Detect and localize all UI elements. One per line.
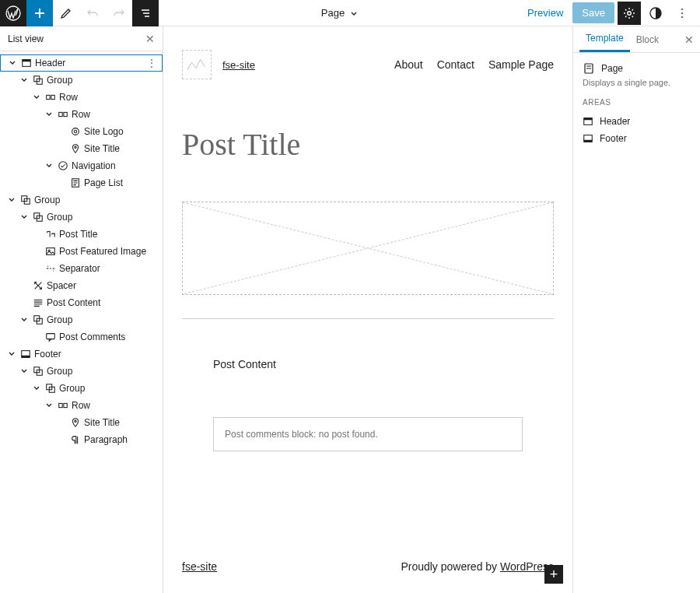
chevron-down-icon[interactable] <box>17 316 31 324</box>
more-icon[interactable]: ⋮ <box>146 57 157 69</box>
tree-item-group[interactable]: Group <box>0 72 163 89</box>
post-content-block[interactable]: Post Content <box>213 358 554 370</box>
tree-item-label: Site Logo <box>82 126 158 137</box>
undo-button[interactable] <box>79 0 106 26</box>
svg-point-3 <box>681 8 684 10</box>
pagelist-icon <box>68 177 82 188</box>
tree-item-label: Separator <box>58 263 158 274</box>
tree-item-site-title[interactable]: Site Title <box>0 140 163 157</box>
nav-link-contact[interactable]: Contact <box>437 58 474 71</box>
tree-item-post-content[interactable]: Post Content <box>0 294 163 311</box>
tree-item-navigation[interactable]: Navigation <box>0 157 163 174</box>
tree-item-post-title[interactable]: Post Title <box>0 226 163 243</box>
close-inspector-button[interactable]: ✕ <box>684 33 694 46</box>
add-block-button[interactable] <box>26 0 53 26</box>
svg-rect-43 <box>584 140 593 142</box>
wordpress-logo-icon[interactable] <box>0 0 26 26</box>
inspector-tabs: Template Block ✕ <box>573 26 700 53</box>
area-label: Header <box>600 116 630 127</box>
tree-item-row[interactable]: Row <box>0 106 163 123</box>
settings-button[interactable] <box>618 2 641 25</box>
chevron-down-icon[interactable] <box>5 196 19 204</box>
tree-item-label: Footer <box>33 349 158 360</box>
tree-item-label: Group <box>33 195 158 205</box>
post-title-block[interactable]: Post Title <box>182 126 554 163</box>
tree-item-page-list[interactable]: Page List <box>0 174 163 191</box>
chevron-down-icon[interactable] <box>17 76 31 84</box>
tree-item-group[interactable]: Group <box>0 311 163 328</box>
site-title[interactable]: fse-site <box>222 59 255 71</box>
tree-item-label: Group <box>45 212 158 223</box>
tree-item-label: Group <box>45 314 158 325</box>
tree-item-post-featured-image[interactable]: Post Featured Image <box>0 243 163 260</box>
site-header-block[interactable]: fse-site AboutContactSample Page <box>182 50 554 79</box>
nav-link-sample-page[interactable]: Sample Page <box>488 58 554 71</box>
document-type-dropdown[interactable]: Page <box>159 7 521 19</box>
separator-block[interactable] <box>182 318 554 319</box>
tree-item-group[interactable]: Group <box>0 363 163 380</box>
tab-template[interactable]: Template <box>579 26 630 52</box>
topbar: Page Preview Save <box>0 0 700 26</box>
tree-item-group[interactable]: Group <box>0 209 163 226</box>
group-icon <box>31 314 45 325</box>
tree-item-label: Page List <box>82 177 158 188</box>
site-logo-placeholder[interactable] <box>182 50 212 79</box>
chevron-down-icon[interactable] <box>42 162 56 170</box>
styles-button[interactable] <box>644 2 667 25</box>
tree-item-group[interactable]: Group <box>0 191 163 209</box>
chevron-down-icon[interactable] <box>5 59 19 67</box>
areas-heading: Areas <box>583 98 691 107</box>
tree-item-paragraph[interactable]: Paragraph <box>0 431 163 448</box>
close-list-view-button[interactable]: ✕ <box>145 33 155 45</box>
chevron-down-icon[interactable] <box>42 402 56 409</box>
tree-item-row[interactable]: Row <box>0 89 163 106</box>
post-comments-block[interactable]: Post comments block: no post found. <box>213 417 523 451</box>
footer-credit: Proudly powered by WordPress <box>401 560 554 573</box>
group-icon <box>44 383 58 394</box>
logo-icon <box>68 126 82 137</box>
redo-button[interactable] <box>106 0 132 26</box>
tree-item-post-comments[interactable]: Post Comments <box>0 328 163 346</box>
tree-item-separator[interactable]: Separator <box>0 260 163 277</box>
chevron-down-icon[interactable] <box>42 111 56 118</box>
tree-item-header[interactable]: Header⋮ <box>0 54 163 72</box>
chevron-down-icon[interactable] <box>5 350 19 358</box>
tree-item-site-title[interactable]: Site Title <box>0 414 163 431</box>
tree-item-row[interactable]: Row <box>0 397 163 414</box>
tree-item-label: Row <box>70 400 158 411</box>
svg-point-1 <box>628 11 631 14</box>
nav-link-about[interactable]: About <box>394 58 423 71</box>
tree-item-footer[interactable]: Footer <box>0 346 163 363</box>
spacer-icon <box>31 280 45 291</box>
edit-tool-icon[interactable] <box>53 0 79 26</box>
tree-item-spacer[interactable]: Spacer <box>0 277 163 294</box>
editor-canvas[interactable]: fse-site AboutContactSample Page Post Ti… <box>163 26 572 593</box>
navigation-block[interactable]: AboutContactSample Page <box>394 58 554 71</box>
footer-site-title[interactable]: fse-site <box>182 560 217 573</box>
area-item-footer[interactable]: Footer <box>583 130 691 147</box>
tree-item-label: Post Content <box>45 297 158 308</box>
tab-block[interactable]: Block <box>630 26 665 52</box>
preview-button[interactable]: Preview <box>521 2 569 23</box>
topbar-right: Preview Save <box>521 2 700 25</box>
save-button[interactable]: Save <box>572 2 614 23</box>
site-brand: fse-site <box>182 50 255 79</box>
svg-rect-41 <box>584 118 593 121</box>
block-tree: Header⋮GroupRowRowSite LogoSite TitleNav… <box>0 51 163 593</box>
featured-image-placeholder[interactable] <box>182 202 554 295</box>
chevron-down-icon[interactable] <box>17 367 31 375</box>
chevron-down-icon[interactable] <box>30 93 44 101</box>
chevron-down-icon[interactable] <box>30 384 44 392</box>
postcontent-icon <box>31 297 45 308</box>
more-options-button[interactable] <box>670 2 694 25</box>
add-block-inline-button[interactable]: + <box>544 565 563 584</box>
list-view-toggle[interactable] <box>132 0 159 26</box>
svg-rect-23 <box>47 248 55 255</box>
tree-item-label: Post Comments <box>58 332 158 342</box>
tree-item-site-logo[interactable]: Site Logo <box>0 123 163 140</box>
chevron-down-icon[interactable] <box>17 213 31 221</box>
site-footer-block[interactable]: fse-site Proudly powered by WordPress <box>182 560 554 573</box>
tree-item-group[interactable]: Group <box>0 380 163 397</box>
tree-item-label: Row <box>70 109 158 120</box>
area-item-header[interactable]: Header <box>583 113 691 130</box>
